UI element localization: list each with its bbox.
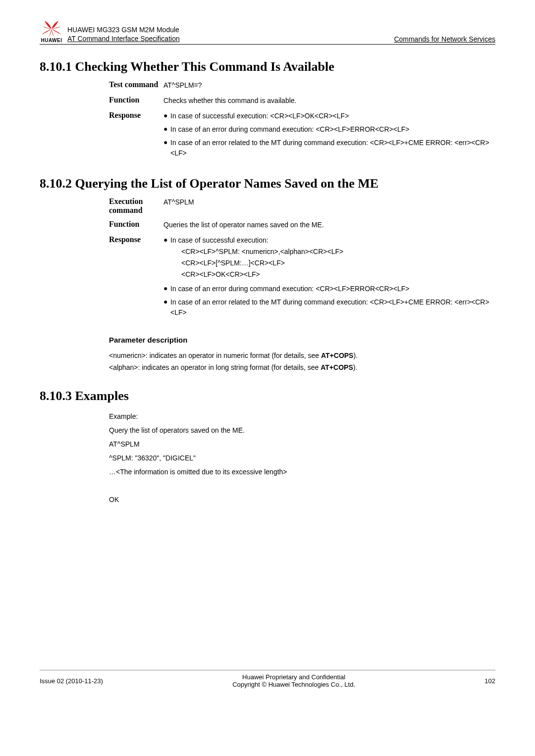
def-row: Function Queries the list of operator na… <box>109 220 495 230</box>
definition-table-2: Execution command AT^SPLM Function Queri… <box>109 197 495 321</box>
def-row: Test command AT^SPLM=? <box>109 80 495 91</box>
header-chapter: Commands for Network Services <box>394 35 495 43</box>
bullet-icon: ● <box>163 111 170 121</box>
huawei-logo-text: HUAWEI <box>40 38 63 43</box>
bullet-item: ● In case of an error related to the MT … <box>163 297 495 318</box>
bullet-item: ● In case of an error related to the MT … <box>163 138 495 158</box>
def-value: Checks whether this command is available… <box>163 96 495 106</box>
huawei-logo-icon <box>40 20 63 38</box>
section-heading-2: 8.10.2 Querying the List of Operator Nam… <box>40 176 495 191</box>
example-line: Query the list of operators saved on the… <box>109 423 495 437</box>
def-label: Function <box>109 96 163 104</box>
param-text: <alphan>: indicates an operator in long … <box>109 363 321 371</box>
def-value: AT^SPLM=? <box>163 80 495 91</box>
def-label: Test command <box>109 80 163 89</box>
def-label: Function <box>109 220 163 229</box>
def-label: Execution command <box>109 197 163 215</box>
bullet-text: In case of an error related to the MT du… <box>170 138 495 158</box>
example-block: Example: Query the list of operators sav… <box>109 409 495 506</box>
parameter-heading: Parameter description <box>109 336 495 344</box>
param-ref: AT+COPS <box>321 352 353 359</box>
page-header: HUAWEI HUAWEI MG323 GSM M2M Module AT Co… <box>40 20 495 45</box>
bullet-text: In case of successful execution: <CR><LF… <box>170 111 495 121</box>
param-text: <numericn>: indicates an operator in num… <box>109 352 321 359</box>
header-product: HUAWEI MG323 GSM M2M Module <box>67 25 180 34</box>
def-row: Function Checks whether this command is … <box>109 96 495 106</box>
example-line: ^SPLM: "36320", "DIGICEL" <box>109 451 495 465</box>
def-row-response: Response ● In case of successful executi… <box>109 235 495 321</box>
footer-center: Huawei Proprietary and Confidential Copy… <box>103 673 484 688</box>
def-row-response: Response ● In case of successful executi… <box>109 111 495 161</box>
bullet-item: ● In case of successful execution: <CR><… <box>163 111 495 121</box>
param-text: ). <box>353 363 358 371</box>
bullet-icon: ● <box>163 297 170 307</box>
footer-issue: Issue 02 (2010-11-23) <box>40 677 103 685</box>
def-value: AT^SPLM <box>163 197 495 207</box>
page: HUAWEI HUAWEI MG323 GSM M2M Module AT Co… <box>0 0 535 703</box>
def-label: Response <box>109 111 163 120</box>
section-heading-3: 8.10.3 Examples <box>40 389 495 403</box>
definition-table-1: Test command AT^SPLM=? Function Checks w… <box>109 80 495 161</box>
parameter-line: <alphan>: indicates an operator in long … <box>109 362 495 374</box>
bullet-icon: ● <box>163 138 170 148</box>
page-footer: Issue 02 (2010-11-23) Huawei Proprietary… <box>40 670 495 688</box>
footer-copyright: Copyright © Huawei Technologies Co., Ltd… <box>103 681 484 688</box>
example-line: Example: <box>109 409 495 423</box>
parameter-line: <numericn>: indicates an operator in num… <box>109 350 495 362</box>
bullet-intro: In case of successful execution: <box>170 236 268 244</box>
example-line: AT^SPLM <box>109 437 495 451</box>
footer-page-number: 102 <box>484 677 495 685</box>
response-line: <CR><LF>OK<CR><LF> <box>181 269 495 280</box>
bullet-text: In case of an error related to the MT du… <box>170 297 495 318</box>
response-line: <CR><LF>[^SPLM:…]<CR><LF> <box>181 258 495 268</box>
bullet-item: ● In case of successful execution: <CR><… <box>163 235 495 281</box>
response-line: <CR><LF>^SPLM: <numericn>,<alphan><CR><L… <box>181 247 495 257</box>
example-line: …<The information is omitted due to its … <box>109 465 495 479</box>
bullet-item: ● In case of an error during command exe… <box>163 124 495 135</box>
header-titles: HUAWEI MG323 GSM M2M Module AT Command I… <box>67 25 180 43</box>
param-ref: AT+COPS <box>321 363 353 371</box>
bullet-icon: ● <box>163 124 170 134</box>
bullet-text: In case of an error during command execu… <box>170 124 495 135</box>
huawei-logo: HUAWEI <box>40 20 63 43</box>
header-doc: AT Command Interface Specification <box>67 34 180 43</box>
section-heading-1: 8.10.1 Checking Whether This Command Is … <box>40 59 495 74</box>
bullet-item: ● In case of an error during command exe… <box>163 284 495 294</box>
example-line: OK <box>109 493 495 506</box>
bullet-icon: ● <box>163 235 170 245</box>
def-value: ● In case of successful execution: <CR><… <box>163 111 495 161</box>
example-line <box>109 479 495 493</box>
bullet-text: In case of successful execution: <CR><LF… <box>170 235 495 281</box>
footer-proprietary: Huawei Proprietary and Confidential <box>103 673 484 681</box>
def-row: Execution command AT^SPLM <box>109 197 495 215</box>
def-value: ● In case of successful execution: <CR><… <box>163 235 495 321</box>
header-left: HUAWEI HUAWEI MG323 GSM M2M Module AT Co… <box>40 20 180 43</box>
param-text: ). <box>353 352 358 359</box>
def-label: Response <box>109 235 163 244</box>
def-value: Queries the list of operator names saved… <box>163 220 495 230</box>
bullet-text: In case of an error during command execu… <box>170 284 495 294</box>
bullet-icon: ● <box>163 284 170 294</box>
